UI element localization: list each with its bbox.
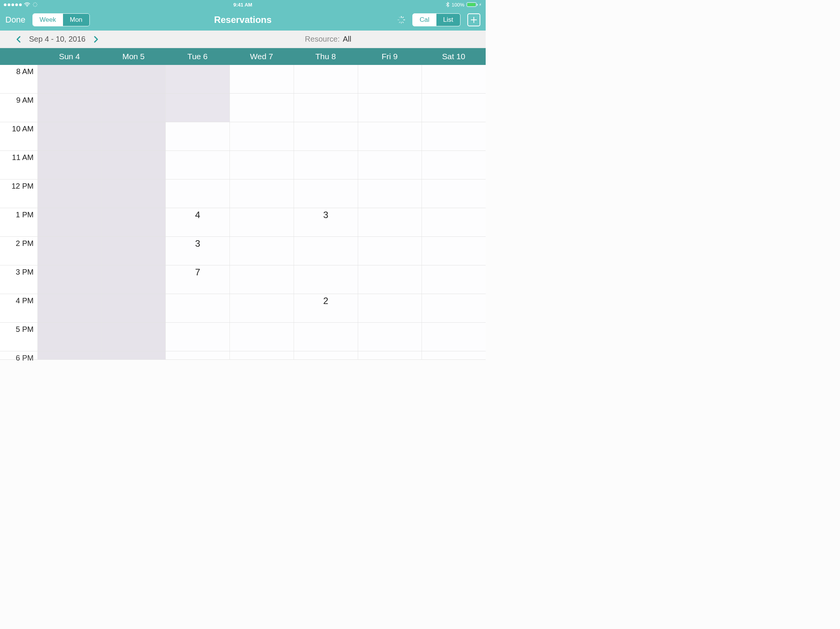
battery-percent: 100%	[452, 2, 464, 8]
calendar-cell[interactable]	[422, 151, 486, 179]
calendar-cell[interactable]	[165, 122, 229, 150]
calendar-cell[interactable]	[422, 179, 486, 208]
calendar-cell[interactable]	[422, 323, 486, 351]
calendar-cell[interactable]	[229, 208, 294, 236]
calendar-cell[interactable]	[422, 208, 486, 236]
date-range-label[interactable]: Sep 4 - 10, 2016	[29, 35, 86, 44]
calendar-cell[interactable]	[358, 179, 422, 208]
calendar-cell[interactable]	[102, 94, 166, 122]
calendar-cell[interactable]	[294, 265, 358, 294]
calendar-cell[interactable]	[37, 323, 102, 351]
calendar-cell[interactable]: 2	[294, 294, 358, 322]
cal-list-segment: Cal List	[412, 13, 460, 26]
calendar-cell[interactable]	[37, 94, 102, 122]
calendar-cell[interactable]	[422, 65, 486, 93]
calendar-cell[interactable]	[37, 179, 102, 208]
calendar-cell[interactable]: 4	[165, 208, 229, 236]
day-header-4: Thu 8	[294, 48, 358, 65]
calendar-cell[interactable]	[229, 237, 294, 265]
calendar-cell[interactable]	[422, 351, 486, 359]
prev-week-button[interactable]	[14, 34, 24, 44]
calendar-cell[interactable]	[37, 65, 102, 93]
calendar-cell[interactable]	[294, 351, 358, 359]
calendar-cell[interactable]	[294, 94, 358, 122]
calendar-cell[interactable]	[229, 179, 294, 208]
calendar-cell[interactable]	[358, 65, 422, 93]
calendar-cell[interactable]	[294, 151, 358, 179]
resource-filter[interactable]: Resource: All	[305, 35, 481, 44]
done-button[interactable]: Done	[5, 15, 26, 25]
calendar-cell[interactable]	[229, 65, 294, 93]
calendar-cell[interactable]	[37, 294, 102, 322]
calendar-cell[interactable]	[358, 265, 422, 294]
calendar-cell[interactable]	[102, 208, 166, 236]
chevron-left-icon	[16, 35, 22, 44]
calendar-cell[interactable]	[422, 237, 486, 265]
calendar-cell[interactable]	[102, 294, 166, 322]
svg-point-0	[27, 6, 27, 7]
calendar-cell[interactable]: 3	[165, 237, 229, 265]
calendar-cell[interactable]	[294, 323, 358, 351]
tab-week[interactable]: Week	[33, 14, 63, 26]
calendar-cell[interactable]	[102, 65, 166, 93]
calendar-cell[interactable]: 7	[165, 265, 229, 294]
day-header-0: Sun 4	[37, 48, 102, 65]
calendar-cell[interactable]	[229, 294, 294, 322]
calendar-cell[interactable]	[37, 122, 102, 150]
tab-cal[interactable]: Cal	[413, 14, 436, 26]
calendar-cell[interactable]	[165, 151, 229, 179]
reservation-count: 2	[323, 296, 328, 306]
calendar-cell[interactable]	[294, 122, 358, 150]
calendar-cell[interactable]	[358, 94, 422, 122]
calendar-cell[interactable]	[422, 94, 486, 122]
calendar-cell[interactable]	[229, 122, 294, 150]
calendar-cell[interactable]	[165, 179, 229, 208]
calendar-cell[interactable]	[358, 122, 422, 150]
calendar-cell[interactable]	[165, 294, 229, 322]
calendar-cell[interactable]	[165, 323, 229, 351]
calendar-cell[interactable]	[102, 237, 166, 265]
calendar-cell[interactable]	[229, 265, 294, 294]
calendar-cell[interactable]	[358, 294, 422, 322]
svg-line-12	[403, 22, 404, 23]
calendar-cell[interactable]	[37, 237, 102, 265]
calendar-cell[interactable]	[294, 237, 358, 265]
calendar-cell[interactable]	[37, 208, 102, 236]
calendar-cell[interactable]	[294, 65, 358, 93]
tab-mon[interactable]: Mon	[63, 14, 89, 26]
calendar-cell[interactable]	[102, 323, 166, 351]
calendar-cell[interactable]	[37, 351, 102, 359]
calendar-cell[interactable]	[102, 122, 166, 150]
calendar-cell[interactable]	[358, 351, 422, 359]
calendar-cell[interactable]	[229, 351, 294, 359]
calendar-cell[interactable]	[294, 179, 358, 208]
wifi-icon	[24, 2, 30, 7]
calendar-cell[interactable]	[358, 151, 422, 179]
calendar-cell[interactable]	[102, 351, 166, 359]
calendar-cell[interactable]	[102, 265, 166, 294]
calendar-cell[interactable]	[422, 122, 486, 150]
calendar-cell[interactable]	[165, 351, 229, 359]
calendar-cell[interactable]	[358, 208, 422, 236]
tab-list[interactable]: List	[436, 14, 460, 26]
hour-row-4: 12 PM	[0, 179, 486, 208]
calendar-cell[interactable]	[358, 237, 422, 265]
chevron-right-icon	[93, 35, 99, 44]
calendar-cell[interactable]	[422, 294, 486, 322]
calendar-cell[interactable]	[358, 323, 422, 351]
calendar-cell[interactable]	[102, 151, 166, 179]
time-label-2: 10 AM	[0, 122, 37, 150]
calendar-cell[interactable]	[37, 265, 102, 294]
next-week-button[interactable]	[91, 34, 101, 44]
calendar-cell[interactable]	[102, 179, 166, 208]
calendar-cell[interactable]	[422, 265, 486, 294]
calendar-cell[interactable]	[37, 151, 102, 179]
calendar-grid[interactable]: 8 AM9 AM10 AM11 AM12 PM1 PM432 PM33 PM74…	[0, 65, 486, 364]
calendar-cell[interactable]	[165, 65, 229, 93]
calendar-cell[interactable]: 3	[294, 208, 358, 236]
calendar-cell[interactable]	[229, 94, 294, 122]
calendar-cell[interactable]	[165, 94, 229, 122]
calendar-cell[interactable]	[229, 151, 294, 179]
calendar-cell[interactable]	[229, 323, 294, 351]
add-button[interactable]	[467, 13, 480, 26]
